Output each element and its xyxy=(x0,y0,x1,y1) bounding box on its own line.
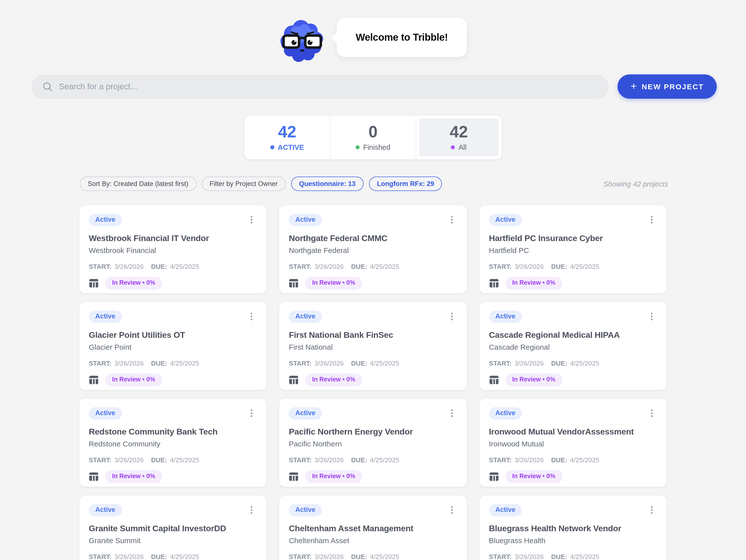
start-date: 3/26/2026 xyxy=(115,456,144,464)
start-label: START: xyxy=(289,263,312,270)
more-options-icon[interactable] xyxy=(246,407,257,419)
project-dates: START: 3/26/2026 DUE: 4/25/2025 xyxy=(289,360,457,367)
due-label: DUE: xyxy=(351,360,367,367)
project-title: Northgate Federal CMMC xyxy=(289,234,457,244)
more-options-icon[interactable] xyxy=(646,214,657,226)
active-dot-icon xyxy=(270,145,274,149)
start-date: 3/26/2026 xyxy=(314,553,343,560)
status-badge: Active xyxy=(489,407,522,420)
project-card[interactable]: Active Redstone Community Bank Tech Reds… xyxy=(79,398,267,487)
due-date: 4/25/2025 xyxy=(570,263,599,270)
project-title: Ironwood Mutual VendorAssessment xyxy=(489,427,657,437)
project-dates: START: 3/26/2026 DUE: 4/25/2025 xyxy=(89,360,257,367)
status-badge: Active xyxy=(89,504,122,516)
start-date: 3/26/2026 xyxy=(115,263,144,270)
more-options-icon[interactable] xyxy=(446,214,457,226)
project-dates: START: 3/26/2026 DUE: 4/25/2025 xyxy=(89,553,257,560)
table-icon xyxy=(289,472,299,481)
new-project-button[interactable]: + NEW PROJECT xyxy=(618,75,717,99)
more-options-icon[interactable] xyxy=(446,407,457,419)
project-dates: START: 3/26/2026 DUE: 4/25/2025 xyxy=(289,553,457,560)
due-label: DUE: xyxy=(151,553,167,560)
project-title: Glacier Point Utilities OT xyxy=(89,330,257,340)
project-title: Cheltenham Asset Management xyxy=(289,524,457,534)
more-options-icon[interactable] xyxy=(646,310,657,323)
progress-badge: In Review • 0% xyxy=(505,470,562,483)
project-search[interactable] xyxy=(31,75,609,99)
due-date: 4/25/2025 xyxy=(570,360,599,367)
stat-finished[interactable]: 0 Finished xyxy=(330,116,415,159)
more-options-icon[interactable] xyxy=(246,504,257,516)
status-badge: Active xyxy=(289,214,322,226)
active-label: ACTIVE xyxy=(278,143,304,151)
project-card[interactable]: Active Westbrook Financial IT Vendor Wes… xyxy=(79,205,267,293)
project-card[interactable]: Active Ironwood Mutual VendorAssessment … xyxy=(479,398,667,487)
projects-grid: Active Westbrook Financial IT Vendor Wes… xyxy=(79,205,667,560)
project-card[interactable]: Active Glacier Point Utilities OT Glacie… xyxy=(79,302,267,390)
progress-badge: In Review • 0% xyxy=(305,470,362,483)
start-date: 3/26/2026 xyxy=(115,553,144,560)
stat-all[interactable]: 42 All xyxy=(415,116,501,159)
start-label: START: xyxy=(89,456,112,464)
project-card[interactable]: Active Hartfield PC Insurance Cyber Hart… xyxy=(479,205,667,293)
start-date: 3/26/2026 xyxy=(314,360,343,367)
progress-badge: In Review • 0% xyxy=(305,373,362,386)
more-options-icon[interactable] xyxy=(446,310,457,323)
project-card[interactable]: Active First National Bank FinSec First … xyxy=(279,302,467,390)
stat-active[interactable]: 42 ACTIVE xyxy=(245,116,330,159)
longform-rfx-filter-chip[interactable]: Longform RFx: 29 xyxy=(369,176,442,191)
status-badge: Active xyxy=(289,310,322,323)
all-dot-icon xyxy=(451,145,455,149)
project-card[interactable]: Active Granite Summit Capital InvestorDD… xyxy=(79,495,267,560)
table-icon xyxy=(489,375,499,385)
project-card[interactable]: Active Northgate Federal CMMC Northgate … xyxy=(279,205,467,293)
hero-header: Welcome to Tribble! xyxy=(0,0,746,63)
start-label: START: xyxy=(489,456,512,464)
project-card[interactable]: Active Cascade Regional Medical HIPAA Ca… xyxy=(479,302,667,390)
table-icon xyxy=(89,472,99,481)
more-options-icon[interactable] xyxy=(246,214,257,226)
more-options-icon[interactable] xyxy=(246,310,257,323)
project-dates: START: 3/26/2026 DUE: 4/25/2025 xyxy=(489,456,657,464)
more-options-icon[interactable] xyxy=(646,504,657,516)
table-icon xyxy=(89,278,99,288)
project-title: Redstone Community Bank Tech xyxy=(89,427,257,437)
more-options-icon[interactable] xyxy=(446,504,457,516)
project-client: Northgate Federal xyxy=(289,246,457,254)
project-client: Ironwood Mutual xyxy=(489,440,657,448)
project-client: Granite Summit xyxy=(89,536,257,544)
progress-badge: In Review • 0% xyxy=(505,277,562,290)
project-title: Cascade Regional Medical HIPAA xyxy=(489,330,657,340)
table-icon xyxy=(489,278,499,288)
more-options-icon[interactable] xyxy=(646,407,657,419)
project-client: Glacier Point xyxy=(89,343,257,351)
due-label: DUE: xyxy=(551,456,567,464)
project-dates: START: 3/26/2026 DUE: 4/25/2025 xyxy=(489,263,657,270)
search-input[interactable] xyxy=(59,82,598,91)
project-title: Hartfield PC Insurance Cyber xyxy=(489,234,657,244)
table-icon xyxy=(89,375,99,385)
questionnaire-filter-chip[interactable]: Questionnaire: 13 xyxy=(291,176,364,191)
all-count: 42 xyxy=(450,123,468,140)
start-label: START: xyxy=(289,456,312,464)
status-badge: Active xyxy=(489,214,522,226)
finished-dot-icon xyxy=(356,145,360,149)
filter-owner-chip[interactable]: Filter by Project Owner xyxy=(202,176,286,191)
projects-dashboard: Welcome to Tribble! + NEW PROJECT 42 ACT… xyxy=(0,0,746,560)
project-card[interactable]: Active Bluegrass Health Network Vendor B… xyxy=(479,495,667,560)
table-icon xyxy=(289,375,299,385)
sort-by-chip[interactable]: Sort By: Created Date (latest first) xyxy=(80,176,196,191)
start-label: START: xyxy=(289,553,312,560)
due-date: 4/25/2025 xyxy=(170,456,199,464)
due-date: 4/25/2025 xyxy=(370,553,399,560)
start-label: START: xyxy=(289,360,312,367)
project-card[interactable]: Active Pacific Northern Energy Vendor Pa… xyxy=(279,398,467,487)
project-client: Hartfield PC xyxy=(489,246,657,254)
project-title: Granite Summit Capital InvestorDD xyxy=(89,524,257,534)
start-label: START: xyxy=(89,263,112,270)
project-client: Cheltenham Asset xyxy=(289,536,457,544)
new-project-label: NEW PROJECT xyxy=(641,82,704,91)
project-card[interactable]: Active Cheltenham Asset Management Chelt… xyxy=(279,495,467,560)
due-date: 4/25/2025 xyxy=(370,360,399,367)
table-icon xyxy=(289,278,299,288)
